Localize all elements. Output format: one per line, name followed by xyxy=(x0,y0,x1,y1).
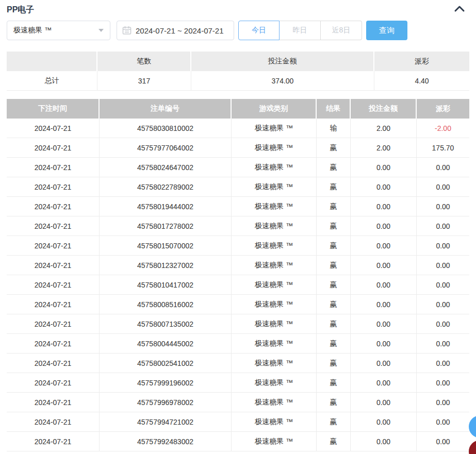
cell-result: 赢 xyxy=(317,197,351,216)
cell-order-number: 45758019444002 xyxy=(100,197,232,216)
cell-bet-amount: 0.00 xyxy=(351,354,417,373)
floating-service-button[interactable] xyxy=(469,440,476,454)
summary-table: 笔数 投注金额 派彩 总计 317 374.00 4.40 xyxy=(7,52,469,91)
cell-payout: 0.00 xyxy=(417,275,469,295)
table-row: 2024-07-21 45758022789002 极速糖果 ™ 赢 0.00 … xyxy=(7,177,469,197)
records-header-row: 下注时间 注单编号 游戏类别 结果 投注金额 派彩 xyxy=(7,99,469,119)
summary-header-row: 笔数 投注金额 派彩 xyxy=(7,52,469,71)
cell-bet-amount: 2.00 xyxy=(351,138,417,158)
calendar-icon xyxy=(122,26,132,35)
cell-result: 赢 xyxy=(317,432,351,451)
cell-payout: 0.00 xyxy=(417,432,469,451)
cell-order-number: 45758010417002 xyxy=(100,275,232,295)
cell-payout: -2.00 xyxy=(417,119,469,138)
cell-game-type: 极速糖果 ™ xyxy=(232,197,317,216)
cell-payout: 0.00 xyxy=(417,216,469,236)
cell-bet-amount: 0.00 xyxy=(351,275,417,295)
game-select[interactable]: 极速糖果 ™ xyxy=(7,21,110,40)
cell-payout: 0.00 xyxy=(417,334,469,354)
collapse-panel-button[interactable] xyxy=(453,4,466,15)
cell-game-type: 极速糖果 ™ xyxy=(232,412,317,432)
cell-payout: 0.00 xyxy=(417,158,469,177)
cell-game-type: 极速糖果 ™ xyxy=(232,177,317,197)
query-button[interactable]: 查询 xyxy=(366,21,407,40)
cell-game-type: 极速糖果 ™ xyxy=(232,334,317,354)
summary-total-label: 总计 xyxy=(7,71,97,91)
header-game-type: 游戏类别 xyxy=(232,99,317,119)
tab-yesterday[interactable]: 昨日 xyxy=(280,21,321,40)
summary-header-empty xyxy=(7,52,97,71)
cell-bet-amount: 0.00 xyxy=(351,177,417,197)
cell-game-type: 极速糖果 ™ xyxy=(232,314,317,334)
summary-total-bet-amount: 374.00 xyxy=(191,71,374,91)
tab-last-8-days[interactable]: 近8日 xyxy=(321,21,362,40)
cell-order-number: 45757977064002 xyxy=(100,138,232,158)
chevron-up-icon xyxy=(454,5,465,14)
header-payout: 派彩 xyxy=(417,99,469,119)
summary-header-payout: 派彩 xyxy=(374,52,469,71)
cell-bet-amount: 0.00 xyxy=(351,295,417,314)
floating-chat-button[interactable] xyxy=(469,415,476,438)
cell-game-type: 极速糖果 ™ xyxy=(232,295,317,314)
cell-payout: 0.00 xyxy=(417,412,469,432)
cell-bet-time: 2024-07-21 xyxy=(7,158,100,177)
cell-result: 赢 xyxy=(317,314,351,334)
cell-result: 赢 xyxy=(317,412,351,432)
cell-game-type: 极速糖果 ™ xyxy=(232,138,317,158)
cell-bet-time: 2024-07-21 xyxy=(7,334,100,354)
bet-records-table: 下注时间 注单编号 游戏类别 结果 投注金额 派彩 2024-07-21 457… xyxy=(7,99,469,451)
cell-order-number: 45758024647002 xyxy=(100,158,232,177)
cell-order-number: 45757999196002 xyxy=(100,373,232,393)
table-row: 2024-07-21 45758007135002 极速糖果 ™ 赢 0.00 … xyxy=(7,314,469,334)
table-row: 2024-07-21 45758004445002 极速糖果 ™ 赢 0.00 … xyxy=(7,334,469,354)
cell-bet-time: 2024-07-21 xyxy=(7,354,100,373)
cell-result: 赢 xyxy=(317,393,351,412)
cell-bet-time: 2024-07-21 xyxy=(7,373,100,393)
cell-order-number: 45757992483002 xyxy=(100,432,232,451)
cell-bet-time: 2024-07-21 xyxy=(7,119,100,138)
cell-result: 赢 xyxy=(317,236,351,256)
summary-total-row: 总计 317 374.00 4.40 xyxy=(7,71,469,91)
cell-result: 赢 xyxy=(317,158,351,177)
date-range-input[interactable]: 2024-07-21 ~ 2024-07-21 xyxy=(117,21,234,40)
cell-order-number: 45758002541002 xyxy=(100,354,232,373)
chevron-down-icon xyxy=(99,29,104,32)
header-order-number: 注单编号 xyxy=(100,99,232,119)
cell-bet-amount: 0.00 xyxy=(351,197,417,216)
cell-result: 赢 xyxy=(317,354,351,373)
panel-header: PP电子 xyxy=(7,0,469,15)
table-row: 2024-07-21 45758017278002 极速糖果 ™ 赢 0.00 … xyxy=(7,216,469,236)
cell-result: 赢 xyxy=(317,216,351,236)
cell-order-number: 45758015070002 xyxy=(100,236,232,256)
game-select-value: 极速糖果 ™ xyxy=(13,26,52,35)
cell-order-number: 45757996978002 xyxy=(100,393,232,412)
cell-bet-time: 2024-07-21 xyxy=(7,256,100,275)
cell-bet-amount: 0.00 xyxy=(351,373,417,393)
table-row: 2024-07-21 45758015070002 极速糖果 ™ 赢 0.00 … xyxy=(7,236,469,256)
cell-bet-time: 2024-07-21 xyxy=(7,216,100,236)
cell-bet-amount: 0.00 xyxy=(351,216,417,236)
summary-total-count: 317 xyxy=(97,71,191,91)
cell-order-number: 45758008516002 xyxy=(100,295,232,314)
cell-bet-amount: 0.00 xyxy=(351,393,417,412)
cell-order-number: 45758022789002 xyxy=(100,177,232,197)
cell-game-type: 极速糖果 ™ xyxy=(232,256,317,275)
date-range-value: 2024-07-21 ~ 2024-07-21 xyxy=(136,26,224,35)
cell-result: 赢 xyxy=(317,177,351,197)
cell-bet-amount: 0.00 xyxy=(351,256,417,275)
table-row: 2024-07-21 45758030810002 极速糖果 ™ 输 2.00 … xyxy=(7,119,469,138)
cell-payout: 0.00 xyxy=(417,354,469,373)
cell-game-type: 极速糖果 ™ xyxy=(232,393,317,412)
cell-payout: 0.00 xyxy=(417,393,469,412)
cell-bet-time: 2024-07-21 xyxy=(7,236,100,256)
cell-order-number: 45758017278002 xyxy=(100,216,232,236)
tab-today[interactable]: 今日 xyxy=(238,21,280,40)
summary-total-payout: 4.40 xyxy=(374,71,469,91)
table-row: 2024-07-21 45758002541002 极速糖果 ™ 赢 0.00 … xyxy=(7,354,469,373)
cell-bet-time: 2024-07-21 xyxy=(7,393,100,412)
cell-payout: 0.00 xyxy=(417,373,469,393)
cell-bet-amount: 0.00 xyxy=(351,412,417,432)
cell-result: 赢 xyxy=(317,373,351,393)
cell-bet-time: 2024-07-21 xyxy=(7,177,100,197)
cell-game-type: 极速糖果 ™ xyxy=(232,275,317,295)
